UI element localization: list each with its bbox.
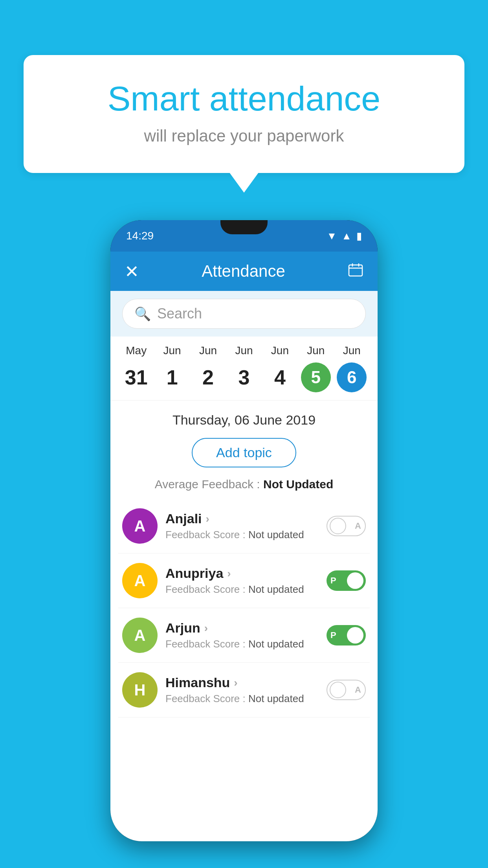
- cal-month: Jun: [307, 344, 325, 357]
- student-list: AAnjali ›Feedback Score : Not updated A …: [110, 499, 378, 717]
- avg-feedback-label: Average Feedback :: [155, 478, 263, 491]
- chevron-icon: ›: [234, 677, 237, 689]
- chevron-icon: ›: [227, 567, 231, 580]
- toggle-on[interactable]: P: [327, 625, 366, 645]
- student-info: Himanshu ›Feedback Score : Not updated: [165, 675, 319, 705]
- average-feedback: Average Feedback : Not Updated: [110, 474, 378, 499]
- signal-icon: ▲: [341, 230, 352, 242]
- toggle-label: A: [355, 685, 361, 695]
- cal-month: Jun: [271, 344, 289, 357]
- toggle-off[interactable]: A: [327, 680, 366, 700]
- student-feedback: Feedback Score : Not updated: [165, 583, 319, 596]
- cal-date: 4: [265, 362, 295, 392]
- search-icon: 🔍: [134, 306, 151, 322]
- calendar-day[interactable]: Jun1: [157, 344, 187, 392]
- calendar-day[interactable]: Jun4: [265, 344, 295, 392]
- phone-screen: 🔍 Search May31Jun1Jun2Jun3Jun4Jun5Jun6 T…: [110, 291, 378, 841]
- search-bar-container: 🔍 Search: [110, 291, 378, 337]
- bubble-title: Smart attendance: [55, 79, 433, 119]
- speech-bubble: Smart attendance will replace your paper…: [24, 55, 464, 173]
- student-name: Anjali ›: [165, 511, 319, 526]
- cal-month: Jun: [163, 344, 181, 357]
- attendance-toggle[interactable]: A: [327, 680, 366, 700]
- chevron-icon: ›: [206, 513, 209, 525]
- cal-date: 5: [301, 362, 331, 392]
- student-avatar: A: [122, 508, 158, 544]
- student-info: Arjun ›Feedback Score : Not updated: [165, 620, 319, 650]
- bubble-subtitle: will replace your paperwork: [55, 127, 433, 145]
- cal-date: 1: [157, 362, 187, 392]
- cal-month: Jun: [199, 344, 217, 357]
- app-header: ✕ Attendance: [110, 252, 378, 291]
- student-name: Anupriya ›: [165, 566, 319, 581]
- cal-month: May: [126, 344, 147, 357]
- student-avatar: A: [122, 563, 158, 598]
- student-item[interactable]: AArjun ›Feedback Score : Not updated P: [118, 608, 370, 663]
- app-title: Attendance: [202, 262, 285, 281]
- toggle-knob: [347, 572, 363, 589]
- calendar-strip: May31Jun1Jun2Jun3Jun4Jun5Jun6: [110, 337, 378, 401]
- student-item[interactable]: AAnjali ›Feedback Score : Not updated A: [118, 499, 370, 554]
- cal-month: Jun: [235, 344, 253, 357]
- avg-feedback-value: Not Updated: [263, 478, 333, 491]
- calendar-day[interactable]: Jun2: [193, 344, 223, 392]
- phone-notch: [220, 220, 268, 234]
- search-bar[interactable]: 🔍 Search: [122, 299, 366, 329]
- selected-date: Thursday, 06 June 2019: [110, 401, 378, 432]
- calendar-day[interactable]: Jun3: [229, 344, 259, 392]
- toggle-on[interactable]: P: [327, 570, 366, 591]
- status-bar: 14:29 ▼ ▲ ▮: [110, 220, 378, 252]
- student-item[interactable]: AAnupriya ›Feedback Score : Not updated …: [118, 554, 370, 608]
- calendar-day[interactable]: May31: [121, 344, 151, 392]
- student-avatar: A: [122, 618, 158, 653]
- status-icons: ▼ ▲ ▮: [327, 230, 362, 242]
- attendance-toggle[interactable]: P: [327, 570, 366, 591]
- speech-bubble-container: Smart attendance will replace your paper…: [24, 55, 464, 173]
- student-feedback: Feedback Score : Not updated: [165, 638, 319, 650]
- cal-date: 6: [337, 362, 367, 392]
- cal-date: 2: [193, 362, 223, 392]
- add-topic-button[interactable]: Add topic: [192, 438, 296, 467]
- toggle-label: P: [330, 630, 336, 640]
- student-info: Anupriya ›Feedback Score : Not updated: [165, 566, 319, 596]
- student-name: Himanshu ›: [165, 675, 319, 690]
- wifi-icon: ▼: [327, 230, 337, 242]
- attendance-toggle[interactable]: P: [327, 625, 366, 645]
- close-button[interactable]: ✕: [125, 261, 139, 281]
- chevron-icon: ›: [204, 622, 208, 634]
- student-avatar: H: [122, 672, 158, 708]
- calendar-icon[interactable]: [348, 262, 363, 281]
- status-time: 14:29: [126, 230, 154, 242]
- toggle-label: P: [330, 576, 336, 586]
- toggle-knob: [330, 518, 346, 534]
- calendar-day[interactable]: Jun5: [301, 344, 331, 392]
- battery-icon: ▮: [356, 230, 362, 242]
- cal-date: 31: [121, 362, 151, 392]
- search-placeholder: Search: [157, 305, 202, 322]
- toggle-off[interactable]: A: [327, 516, 366, 536]
- cal-month: Jun: [343, 344, 361, 357]
- student-feedback: Feedback Score : Not updated: [165, 529, 319, 541]
- student-name: Arjun ›: [165, 620, 319, 636]
- cal-date: 3: [229, 362, 259, 392]
- svg-rect-0: [349, 265, 362, 276]
- student-feedback: Feedback Score : Not updated: [165, 693, 319, 705]
- student-item[interactable]: HHimanshu ›Feedback Score : Not updated …: [118, 663, 370, 717]
- calendar-day[interactable]: Jun6: [337, 344, 367, 392]
- attendance-toggle[interactable]: A: [327, 516, 366, 536]
- toggle-knob: [330, 682, 346, 698]
- phone-frame: 14:29 ▼ ▲ ▮ ✕ Attendance 🔍 Search: [110, 220, 378, 841]
- student-info: Anjali ›Feedback Score : Not updated: [165, 511, 319, 541]
- toggle-label: A: [355, 521, 361, 531]
- toggle-knob: [347, 627, 363, 644]
